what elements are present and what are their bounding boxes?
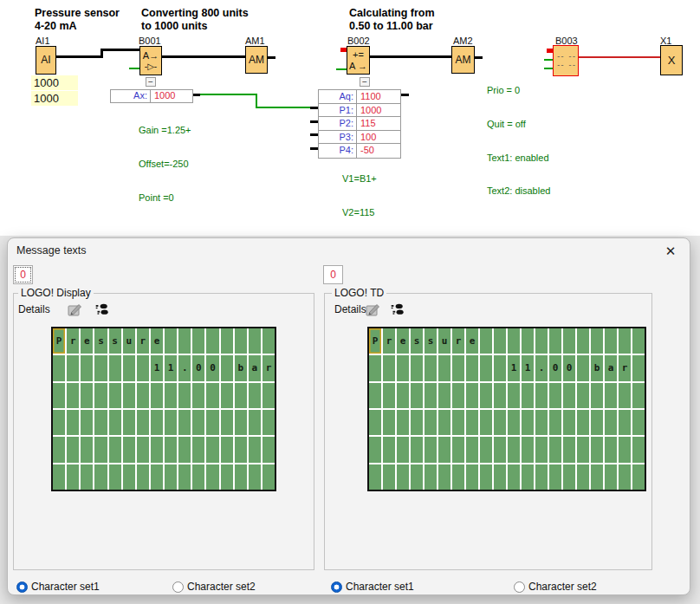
lcd-cell[interactable] [411, 383, 423, 408]
lcd-cell[interactable] [178, 328, 191, 354]
lcd-cell[interactable] [494, 410, 506, 435]
lcd-cell[interactable] [137, 383, 149, 408]
lcd-cell[interactable] [591, 410, 603, 435]
lcd-cell[interactable] [549, 410, 561, 435]
lcd-cell[interactable] [452, 464, 464, 490]
lcd-cell[interactable] [53, 410, 65, 435]
lcd-cell[interactable] [249, 410, 261, 435]
lcd-cell[interactable] [397, 383, 409, 408]
lcd-cell[interactable] [165, 464, 177, 490]
lcd-cell[interactable] [605, 328, 617, 354]
lcd-cell[interactable] [94, 464, 107, 490]
lcd-cell[interactable] [151, 464, 163, 490]
lcd-cell[interactable] [262, 437, 275, 462]
lcd-cell[interactable] [165, 410, 177, 435]
lcd-cell[interactable] [480, 437, 492, 462]
lcd-cursor-cell[interactable]: P [53, 328, 65, 354]
comment-calculating-bar[interactable]: Calculating from 0.50 to 11.00 bar [349, 7, 435, 33]
lcd-cell[interactable] [137, 437, 149, 462]
lcd-cell[interactable] [67, 355, 79, 380]
lcd-cell[interactable] [494, 355, 506, 380]
lcd-cell[interactable] [632, 464, 645, 490]
lcd-cell[interactable] [151, 410, 163, 435]
lcd-cell[interactable] [425, 383, 437, 408]
lcd-cell[interactable]: r [262, 355, 275, 380]
lcd-cell[interactable]: b [591, 355, 603, 380]
lcd-cell[interactable] [494, 383, 506, 408]
lcd-cell[interactable] [452, 355, 464, 380]
lcd-cell[interactable] [605, 437, 617, 462]
lcd-cell[interactable] [563, 437, 575, 462]
lcd-cell[interactable] [425, 437, 437, 462]
footprints-icon[interactable] [389, 302, 405, 316]
lcd-cell[interactable] [411, 410, 423, 435]
lcd-cell[interactable] [151, 383, 163, 408]
lcd-cell[interactable] [123, 355, 135, 380]
lcd-cell[interactable]: a [605, 355, 617, 380]
lcd-cell[interactable] [151, 437, 163, 462]
lcd-cell[interactable] [466, 410, 478, 435]
lcd-cell[interactable] [438, 437, 450, 462]
block-b002-math[interactable]: += A → [347, 46, 370, 75]
block-b001-amplifier[interactable]: A→ -▷- [139, 46, 162, 75]
lcd-cell[interactable] [425, 355, 437, 380]
lcd-cell[interactable] [508, 437, 520, 462]
lcd-cell[interactable] [397, 355, 409, 380]
wire-b002-am2[interactable] [370, 55, 452, 58]
block-am1[interactable]: AM [245, 46, 268, 74]
lcd-cell[interactable] [67, 410, 79, 435]
block-x1-open-connector[interactable]: X [660, 45, 683, 75]
lcd-cell[interactable] [480, 328, 492, 354]
lcd-cell[interactable] [123, 383, 135, 408]
lcd-cell[interactable]: e [151, 328, 163, 354]
lcd-cell[interactable] [577, 464, 589, 490]
radio-label-td-charset2[interactable]: Character set2 [528, 581, 597, 593]
lcd-cell[interactable] [94, 355, 107, 380]
lcd-cell[interactable] [81, 410, 93, 435]
lcd-cell[interactable] [206, 437, 218, 462]
lcd-cell[interactable] [369, 410, 381, 435]
lcd-cell[interactable]: a [249, 355, 261, 380]
lcd-cell[interactable] [508, 383, 520, 408]
lcd-cell[interactable] [466, 437, 478, 462]
lcd-cell[interactable] [535, 383, 548, 408]
lcd-cell[interactable] [508, 464, 520, 490]
lcd-cell[interactable] [221, 464, 233, 490]
lcd-td-grid[interactable]: Pressure11.00bar [367, 327, 646, 491]
lcd-cell[interactable] [577, 328, 589, 354]
lcd-cell[interactable] [591, 328, 603, 354]
lcd-cell[interactable] [53, 383, 65, 408]
lcd-cell[interactable]: 1 [151, 355, 163, 380]
lcd-cell[interactable] [262, 410, 275, 435]
lcd-cell[interactable] [94, 410, 107, 435]
param-box-b001[interactable]: Ax: 1000 [110, 89, 193, 103]
lcd-cell[interactable] [235, 437, 247, 462]
wire-b001-am1[interactable] [162, 55, 246, 58]
edit-icon[interactable] [68, 302, 83, 316]
radio-display-charset1[interactable] [16, 581, 28, 593]
lcd-cursor-cell[interactable]: P [369, 328, 381, 354]
lcd-cell[interactable] [535, 437, 548, 462]
lcd-cell[interactable] [452, 437, 464, 462]
tab-message-0-display[interactable]: 0 [13, 265, 33, 284]
param-value[interactable]: 100 [357, 131, 400, 144]
lcd-cell[interactable]: u [438, 328, 450, 354]
lcd-cell[interactable] [397, 410, 409, 435]
lcd-cell[interactable] [67, 383, 79, 408]
lcd-cell[interactable] [605, 410, 617, 435]
block-b003-message-text[interactable]: -- -- -- -- [553, 45, 579, 76]
lcd-cell[interactable]: 0 [206, 355, 218, 380]
lcd-cell[interactable] [563, 410, 575, 435]
lcd-cell[interactable] [221, 355, 233, 380]
lcd-cell[interactable] [369, 383, 381, 408]
lcd-cell[interactable] [549, 464, 561, 490]
lcd-cell[interactable] [466, 383, 478, 408]
param-value[interactable]: 1100 [357, 90, 400, 103]
lcd-cell[interactable] [425, 464, 437, 490]
wire-b001-b002-analog[interactable] [257, 107, 310, 108]
lcd-cell[interactable] [466, 355, 478, 380]
lcd-cell[interactable] [165, 437, 177, 462]
edit-icon[interactable] [366, 302, 381, 316]
lcd-cell[interactable] [192, 410, 204, 435]
lcd-cell[interactable] [178, 437, 191, 462]
